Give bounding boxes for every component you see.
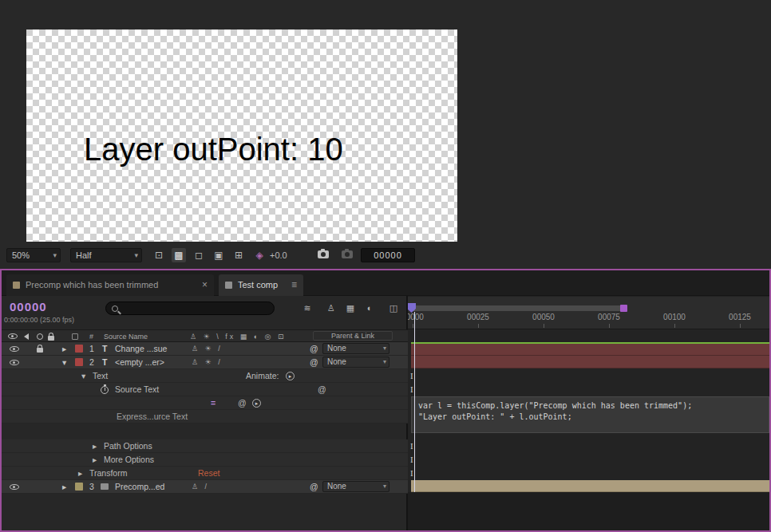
layer-name[interactable]: <empty ...er> [115,356,164,369]
composition-toolbar: 50% ▾ Half ▾ ⊡ ▩ ◻ ▣ ⊞ ◈ +0.0 00000 [0,246,771,266]
guides-button[interactable]: ⊞ [231,248,246,262]
comp-icon [13,282,20,289]
chevron-right-icon[interactable]: ▸ [93,439,97,453]
exposure-value[interactable]: +0.0 [270,250,287,260]
camera-icon [318,250,329,258]
region-of-interest-button[interactable]: ▣ [212,248,226,262]
layer-switches[interactable]: ♙ ☀ / [192,356,223,369]
layer-switches[interactable]: ♙ / [192,480,209,494]
property-row-text[interactable]: ▾ Text Animate: ▸ [2,369,408,383]
layer-3-duration-bar[interactable] [411,480,769,492]
layer-1-duration-bar[interactable] [411,344,769,356]
layer-row-3[interactable]: ▸ 3 Precomp...ed ♙ / @ None ▾ [2,480,408,494]
label-color-chip[interactable] [75,483,83,491]
lock-icon[interactable] [37,348,43,353]
show-snapshot-button[interactable] [342,246,358,265]
resolution-dropdown[interactable]: Half ▾ [70,248,142,262]
close-icon[interactable]: × [202,274,208,296]
search-input[interactable] [105,301,275,315]
ruler-tick [544,324,544,328]
chevron-right-icon[interactable]: ▸ [93,453,97,467]
grid-options-button[interactable]: ⊡ [152,248,166,262]
eye-icon[interactable] [10,360,19,365]
expression-pick-whip-icon[interactable]: @ [238,396,247,410]
source-text-label[interactable]: Source Text [115,383,159,396]
chevron-right-icon[interactable]: ▸ [78,467,82,480]
parent-dropdown[interactable]: None ▾ [322,481,389,492]
audio-column-icon [24,333,29,340]
mask-visibility-button[interactable]: ◻ [192,248,206,262]
shy-icon: ♙ [327,303,335,313]
ruler-tick [609,324,610,328]
preview-timecode-field[interactable]: 00000 [361,248,415,262]
layer-2-duration-bar[interactable] [411,356,769,368]
more-options-label[interactable]: More Options [104,453,154,467]
parent-dropdown[interactable]: None ▾ [322,343,389,354]
panel-menu-icon[interactable]: ≡ [291,274,297,296]
reset-exposure-button[interactable]: ◈ [252,248,267,262]
layer-row-1[interactable]: ▸ 1 T Change ...sue ♙ ☀ / @ None ▾ [2,342,408,356]
expression-enabled-toggle[interactable]: = [211,396,215,410]
tab-precomp[interactable]: Precomp which has been trimmed × [6,274,214,296]
motion-blur-button[interactable]: ◐ [362,301,377,315]
frame-blend-button[interactable]: ▦ [343,301,358,315]
pick-whip-icon[interactable]: @ [310,342,318,356]
expression-editor[interactable]: var l = thisComp.layer("Precomp which ha… [411,396,769,433]
chevron-down-icon[interactable]: ▾ [81,369,85,383]
take-snapshot-button[interactable] [318,246,334,265]
mini-flowchart-button[interactable]: ≋ [300,301,314,315]
chevron-down-icon[interactable]: ▾ [62,356,66,369]
time-ruler[interactable]: 00000 00025 00050 00075 00100 00125 [408,297,769,329]
work-area-end-marker[interactable] [620,305,627,312]
stopwatch-icon[interactable] [101,386,109,394]
layer-row-2[interactable]: ▾ 2 T <empty ...er> ♙ ☀ / @ None ▾ [2,356,408,369]
chevron-right-icon[interactable]: ▸ [62,480,66,494]
path-options-label[interactable]: Path Options [104,439,152,453]
playhead-line[interactable] [414,312,415,492]
chevron-down-icon: ▾ [383,357,386,367]
animate-menu-button[interactable]: ▸ [286,372,295,380]
chevron-right-icon[interactable]: ▸ [62,342,66,356]
ruler-tick [740,324,741,328]
tab-test-comp[interactable]: Test comp ≡ [219,274,303,296]
magnification-value: 50% [12,250,30,260]
property-row-path-options[interactable]: ▸ Path Options [2,439,408,453]
animate-label: Animate: [246,369,279,383]
layer-switches[interactable]: ♙ ☀ / [192,342,223,356]
work-area-bar[interactable] [411,305,627,311]
expression-language-menu-button[interactable]: ▸ [252,399,261,408]
magnification-dropdown[interactable]: 50% ▾ [6,248,61,262]
label-color-chip[interactable] [75,358,83,366]
parent-link-column-header[interactable]: Parent & Link [313,331,393,341]
pick-whip-icon[interactable]: @ [318,383,326,396]
layer-name[interactable]: Change ...sue [115,342,167,356]
parent-dropdown[interactable]: None ▾ [322,357,389,368]
guides-icon: ⊞ [235,250,243,261]
pick-whip-icon[interactable]: @ [310,480,318,494]
reset-link[interactable]: Reset [198,467,219,480]
motion-blur-icon: ◐ [367,303,373,313]
property-row-source-text[interactable]: Source Text @ [2,383,408,396]
parent-value: None [327,357,346,366]
expression-code-line-2[interactable]: "Layer outPoint: " + l.outPoint; [418,412,572,421]
property-row-expression-name[interactable]: Express...urce Text [2,410,408,424]
layer-name[interactable]: Precomp...ed [115,480,164,494]
ruler-label: 00075 [598,313,620,321]
eye-icon[interactable] [10,346,19,352]
label-color-chip[interactable] [75,345,83,353]
transparency-grid-button[interactable]: ▩ [172,248,186,262]
graph-editor-button[interactable]: ◫ [386,301,401,315]
current-time-display[interactable]: 00000 [10,300,47,313]
expression-code-line-1[interactable]: var l = thisComp.layer("Precomp which ha… [418,401,692,410]
shy-layers-button[interactable]: ♙ [324,301,338,315]
text-group-label[interactable]: Text [93,369,108,383]
layer-index: 3 [89,480,94,494]
property-row-expression-controls[interactable]: = @ ▸ [2,396,408,410]
expression-name-label: Express...urce Text [117,410,188,424]
pick-whip-icon[interactable]: @ [310,356,318,369]
composition-viewer-canvas[interactable]: Layer outPoint: 10 [26,30,457,242]
eye-icon[interactable] [10,484,19,490]
transform-label[interactable]: Transform [89,467,127,480]
property-row-transform[interactable]: ▸ Transform Reset [2,467,408,480]
property-row-more-options[interactable]: ▸ More Options [2,453,408,467]
